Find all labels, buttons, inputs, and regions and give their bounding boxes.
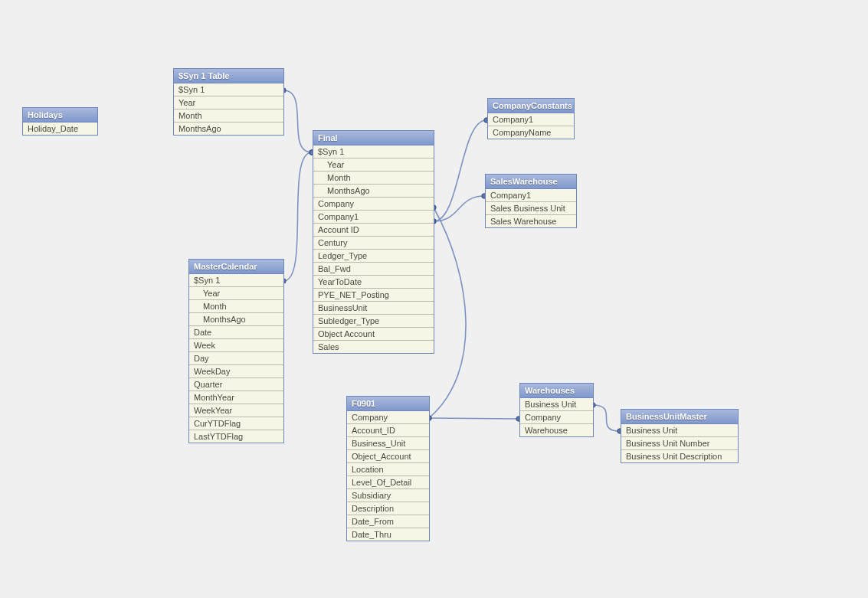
table-field[interactable]: Account_ID <box>347 424 429 437</box>
table-title[interactable]: SalesWarehouse <box>486 175 576 189</box>
table-holidays[interactable]: HolidaysHoliday_Date <box>22 107 98 136</box>
table-field[interactable]: Account ID <box>313 224 434 237</box>
connector-line <box>429 418 519 419</box>
table-field[interactable]: WeekYear <box>189 404 283 417</box>
table-title[interactable]: Warehouses <box>520 384 593 398</box>
table-title[interactable]: Final <box>313 131 434 145</box>
table-field[interactable]: Company <box>347 411 429 424</box>
table-field[interactable]: Company1 <box>313 211 434 224</box>
table-field[interactable]: CurYTDFlag <box>189 417 283 430</box>
table-field[interactable]: Business Unit Number <box>621 437 738 450</box>
connector-line <box>593 405 620 431</box>
connector-line <box>434 196 484 221</box>
table-field[interactable]: LastYTDFlag <box>189 430 283 443</box>
connector-line <box>283 152 312 281</box>
table-title[interactable]: MasterCalendar <box>189 260 283 274</box>
table-mastercalendar[interactable]: MasterCalendar$Syn 1YearMonthMonthsAgoDa… <box>188 259 284 443</box>
table-field[interactable]: Description <box>347 502 429 515</box>
connector-line <box>283 90 312 152</box>
table-field[interactable]: Month <box>313 172 434 185</box>
table-f0901[interactable]: F0901CompanyAccount_IDBusiness_UnitObjec… <box>346 396 430 541</box>
table-final[interactable]: Final$Syn 1YearMonthMonthsAgoCompanyComp… <box>313 130 434 354</box>
table-field[interactable]: PYE_NET_Posting <box>313 289 434 302</box>
table-title[interactable]: CompanyConstants <box>488 99 574 113</box>
table-field[interactable]: Date <box>189 326 283 339</box>
table-field[interactable]: Sales <box>313 341 434 353</box>
table-field[interactable]: Sales Business Unit <box>486 202 576 215</box>
table-title[interactable]: BusinessUnitMaster <box>621 410 738 424</box>
connector-line <box>429 208 466 418</box>
table-field[interactable]: Subsidiary <box>347 489 429 502</box>
table-field[interactable]: Month <box>174 109 283 123</box>
table-field[interactable]: Quarter <box>189 378 283 391</box>
table-field[interactable]: MonthsAgo <box>174 123 283 135</box>
table-companyconstants[interactable]: CompanyConstantsCompany1CompanyName <box>487 98 575 139</box>
table-field[interactable]: Date_Thru <box>347 528 429 541</box>
table-field[interactable]: Level_Of_Detail <box>347 476 429 489</box>
table-field[interactable]: BusinessUnit <box>313 302 434 315</box>
table-field[interactable]: YearToDate <box>313 276 434 289</box>
table-field[interactable]: MonthYear <box>189 391 283 404</box>
table-field[interactable]: Century <box>313 237 434 250</box>
table-field[interactable]: CompanyName <box>488 126 574 139</box>
table-title[interactable]: Holidays <box>23 108 97 123</box>
table-field[interactable]: Business Unit Description <box>621 450 738 462</box>
table-warehouses[interactable]: WarehousesBusiness UnitCompanyWarehouse <box>519 383 594 437</box>
table-field[interactable]: Year <box>189 287 283 300</box>
table-field[interactable]: $Syn 1 <box>189 274 283 287</box>
table-field[interactable]: Company1 <box>488 113 574 126</box>
table-field[interactable]: Week <box>189 339 283 352</box>
table-field[interactable]: Bal_Fwd <box>313 263 434 276</box>
table-field[interactable]: Business Unit <box>621 424 738 437</box>
table-field[interactable]: Holiday_Date <box>23 123 97 135</box>
table-field[interactable]: Company1 <box>486 189 576 202</box>
table-field[interactable]: Business Unit <box>520 398 593 411</box>
table-field[interactable]: Month <box>189 300 283 313</box>
table-field[interactable]: MonthsAgo <box>189 313 283 326</box>
table-field[interactable]: Sales Warehouse <box>486 215 576 227</box>
table-field[interactable]: Object_Account <box>347 450 429 463</box>
table-field[interactable]: Subledger_Type <box>313 315 434 328</box>
table-field[interactable]: Location <box>347 463 429 476</box>
table-businessunitmaster[interactable]: BusinessUnitMasterBusiness UnitBusiness … <box>621 409 739 463</box>
table-field[interactable]: $Syn 1 <box>313 145 434 158</box>
connector-line <box>434 120 486 221</box>
table-field[interactable]: Day <box>189 352 283 365</box>
table-syn1[interactable]: $Syn 1 Table$Syn 1YearMonthMonthsAgo <box>173 68 284 136</box>
table-field[interactable]: Company <box>520 411 593 424</box>
table-field[interactable]: Year <box>313 158 434 172</box>
table-field[interactable]: WeekDay <box>189 365 283 378</box>
table-field[interactable]: $Syn 1 <box>174 83 283 96</box>
table-field[interactable]: Object Account <box>313 328 434 341</box>
table-field[interactable]: MonthsAgo <box>313 185 434 198</box>
table-field[interactable]: Company <box>313 198 434 211</box>
table-field[interactable]: Business_Unit <box>347 437 429 450</box>
table-title[interactable]: F0901 <box>347 397 429 411</box>
table-field[interactable]: Year <box>174 96 283 109</box>
table-field[interactable]: Date_From <box>347 515 429 528</box>
table-saleswarehouse[interactable]: SalesWarehouseCompany1Sales Business Uni… <box>485 174 577 228</box>
table-field[interactable]: Ledger_Type <box>313 250 434 263</box>
table-field[interactable]: Warehouse <box>520 424 593 436</box>
table-title[interactable]: $Syn 1 Table <box>174 69 283 83</box>
